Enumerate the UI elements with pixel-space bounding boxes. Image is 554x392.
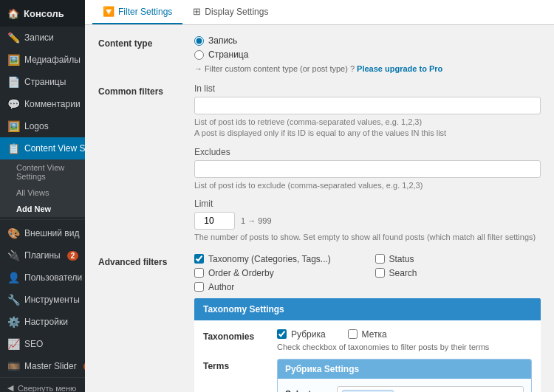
checkbox-taxonomy-input[interactable] [194,254,204,264]
content-type-radio-group: Запись Страница [194,35,541,60]
checkbox-author[interactable]: Author [194,282,360,292]
limit-input[interactable] [194,212,235,230]
sidebar-item-logos[interactable]: 🖼️ Logos [0,115,85,137]
home-icon: 🏠 [7,8,19,19]
checkbox-order-input[interactable] [194,268,204,278]
appearance-icon: 🎨 [7,227,19,239]
collapse-menu-button[interactable]: ◀ Свернуть меню [0,377,85,392]
rubrika-settings-box: Рубрика Settings Select terms × [277,359,532,392]
custom-type-text: → Filter custom content type (or post ty… [194,64,355,73]
sidebar-item-appearance[interactable]: 🎨 Внешний вид [0,222,85,244]
sidebar-item-seo[interactable]: 📈 SEO [0,333,85,355]
settings-content: Content type Запись Страница → Filter cu… [85,25,554,392]
limit-label: Limit [194,199,541,209]
posts-icon: ✏️ [7,32,19,44]
radio-post-input[interactable] [194,36,204,46]
rubrika-settings-body: Select terms × Level UP [278,379,531,392]
sidebar-item-label: Плагины [24,250,61,261]
submenu-all-views[interactable]: All Views [0,185,85,201]
checkbox-metka-input[interactable] [348,329,358,339]
taxonomies-label: Taxonomies [203,329,277,342]
checkbox-status-input[interactable] [375,254,385,264]
sidebar-item-label: Записи [24,32,54,43]
radio-page-input[interactable] [194,50,204,60]
checkbox-order-label: Order & Orderby [208,268,274,278]
tag-input[interactable]: × Level UP [337,386,524,392]
radio-post-label: Запись [208,35,237,46]
excludes-input[interactable] [194,160,541,178]
radio-post[interactable]: Запись [194,35,541,46]
filter-icon: 🔽 [103,6,114,17]
taxonomy-box-header: Taxonomy Settings [194,298,541,320]
sidebar-item-content-view[interactable]: 📋 Content View Settings [0,137,85,159]
in-list-input[interactable] [194,97,541,114]
checkbox-search[interactable]: Search [375,268,541,278]
checkbox-metka[interactable]: Метка [348,329,387,340]
selected-tag: × Level UP [342,390,394,392]
checkbox-status-label: Status [389,254,414,264]
in-list-label: In list [194,83,541,94]
taxonomies-checkboxes: Рубрика Метка [277,329,532,340]
sidebar-item-comments[interactable]: 💬 Комментарии [0,93,85,115]
checkbox-search-input[interactable] [375,268,385,278]
tab-display-label: Display Settings [205,7,268,17]
common-filters-label: Common filters [98,83,194,97]
select-terms-row: Select terms × Level UP [285,386,524,392]
limit-group: Limit 1 → 999 The number of posts to sho… [194,199,541,243]
sidebar-header[interactable]: 🏠 Консоль [0,0,85,27]
content-type-content: Запись Страница → Filter custom content … [194,35,541,73]
sidebar-item-users[interactable]: 👤 Пользователи [0,267,85,289]
sidebar-item-settings[interactable]: ⚙️ Настройки [0,311,85,333]
in-list-helper: List of post ids to retrieve (comma-sepa… [194,117,541,140]
seo-icon: 📈 [7,338,19,350]
collapse-icon: ◀ [7,383,13,392]
sidebar-item-pages[interactable]: 📄 Страницы [0,71,85,93]
common-filters-content: In list List of post ids to retrieve (co… [194,83,541,244]
sidebar-item-posts[interactable]: ✏️ Записи [0,27,85,49]
select-terms-content: × Level UP [337,386,524,392]
checkbox-status[interactable]: Status [375,254,541,264]
advanced-filters-label: Advanced filters [98,254,194,267]
limit-helper: The number of posts to show. Set empty t… [194,232,541,243]
taxonomies-helper: Check checkbox of taxonomies to filter p… [277,343,532,351]
pages-icon: 📄 [7,76,19,88]
sidebar-item-label: Инструменты [24,295,80,305]
settings-icon: ⚙️ [7,316,19,328]
in-list-group: In list List of post ids to retrieve (co… [194,83,541,140]
sidebar-item-tools[interactable]: 🔧 Инструменты [0,289,85,311]
tab-filter-label: Filter Settings [118,7,172,17]
sidebar-item-plugins[interactable]: 🔌 Плагины 2 [0,244,85,267]
terms-label: Terms [203,359,277,371]
sidebar-header-label: Консоль [24,8,64,19]
plugins-icon: 🔌 [7,250,19,261]
sidebar-item-label: Logos [24,121,49,131]
sidebar-item-label: Content View Settings [24,143,85,154]
sidebar-item-media[interactable]: 🖼️ Медиафайлы [0,49,85,71]
excludes-label: Excludes [194,147,541,157]
master-slider-icon: 🎞️ [7,360,19,372]
sidebar-item-master-slider[interactable]: 🎞️ Master Slider 1 [0,355,85,377]
submenu-content-view-settings[interactable]: Content View Settings [0,159,85,185]
checkbox-taxonomy[interactable]: Taxonomy (Categories, Tags...) [194,254,360,264]
upgrade-link-container: → Filter custom content type (or post ty… [194,64,541,73]
sidebar-item-label: Комментарии [24,99,81,109]
sidebar-item-label: Настройки [24,317,68,327]
upgrade-link[interactable]: Please upgrade to Pro [357,64,442,73]
tab-display-settings[interactable]: ⊞ Display Settings [182,0,278,24]
limit-range: 1 → 999 [241,216,272,225]
advanced-filters-content: Taxonomy (Categories, Tags...) Status Or… [194,254,541,392]
limit-row: 1 → 999 [194,212,541,230]
collapse-label: Свернуть меню [18,384,76,393]
checkbox-order[interactable]: Order & Orderby [194,268,360,278]
media-icon: 🖼️ [7,54,19,66]
radio-page[interactable]: Страница [194,49,541,60]
sidebar-item-label: Страницы [24,77,66,87]
tools-icon: 🔧 [7,294,19,306]
checkbox-rubrika[interactable]: Рубрика [277,329,326,340]
submenu-add-new[interactable]: Add New [0,201,85,217]
sidebar-item-label: Master Slider [24,361,77,371]
tab-filter-settings[interactable]: 🔽 Filter Settings [92,0,182,24]
sidebar-submenu: Content View Settings All Views Add New [0,159,85,217]
checkbox-author-input[interactable] [194,282,204,292]
checkbox-rubrika-input[interactable] [277,329,287,339]
